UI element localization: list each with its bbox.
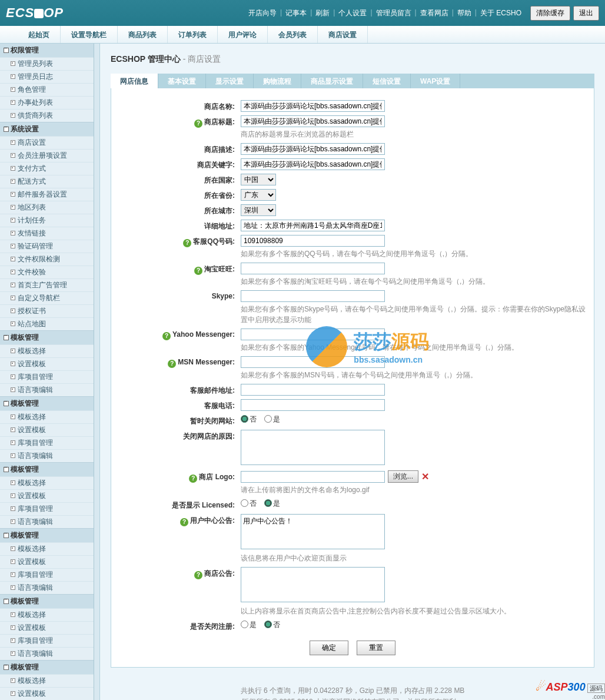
- sidebar-item[interactable]: 语言项编辑: [0, 515, 94, 528]
- city-select[interactable]: 深圳: [241, 204, 276, 216]
- help-icon[interactable]: ?: [194, 571, 202, 579]
- sidebar-item[interactable]: 模板选择: [0, 542, 94, 555]
- qq-input[interactable]: [241, 235, 385, 247]
- top-link[interactable]: 关于 ECSHO: [480, 8, 521, 18]
- addr-input[interactable]: [241, 220, 385, 231]
- sidebar-item[interactable]: 模板选择: [0, 674, 94, 687]
- sidebar-item[interactable]: 库项目管理: [0, 634, 94, 647]
- sidebar-group-header[interactable]: 系统设置: [0, 122, 94, 136]
- sidebar-group-header[interactable]: 模板管理: [0, 529, 94, 542]
- yahoo-input[interactable]: [241, 329, 385, 340]
- help-icon[interactable]: ?: [194, 120, 202, 128]
- top-link[interactable]: 查看网店: [420, 8, 448, 18]
- reset-button[interactable]: 重置: [357, 641, 395, 655]
- sidebar-item[interactable]: 邮件服务器设置: [0, 188, 94, 201]
- tel-input[interactable]: [241, 399, 385, 411]
- tab[interactable]: 网店信息: [111, 74, 158, 88]
- sidebar-item[interactable]: 模板选择: [0, 344, 94, 357]
- tab[interactable]: 显示设置: [206, 74, 254, 88]
- skype-input[interactable]: [241, 290, 385, 302]
- nav-item[interactable]: 用户评论: [218, 26, 268, 43]
- sidebar-item[interactable]: 计划任务: [0, 214, 94, 227]
- sidebar-item[interactable]: 配送方式: [0, 175, 94, 188]
- tab[interactable]: WAP设置: [411, 74, 460, 88]
- ww-input[interactable]: [241, 263, 385, 274]
- shop-name-input[interactable]: [241, 100, 385, 112]
- email-input[interactable]: [241, 384, 385, 396]
- sidebar-item[interactable]: 设置模板: [0, 423, 94, 436]
- help-icon[interactable]: ?: [168, 360, 176, 368]
- top-link[interactable]: 管理员留言: [376, 8, 411, 18]
- sidebar-item[interactable]: 验证码管理: [0, 240, 94, 253]
- province-select[interactable]: 广东: [241, 189, 276, 201]
- sidebar-item[interactable]: 授权证书: [0, 304, 94, 317]
- sidebar-item[interactable]: 设置模板: [0, 357, 94, 370]
- sidebar-item[interactable]: 设置模板: [0, 555, 94, 568]
- sidebar-item[interactable]: 库项目管理: [0, 502, 94, 515]
- sidebar-item[interactable]: 模板选择: [0, 410, 94, 423]
- shop-desc-input[interactable]: [241, 143, 385, 155]
- sidebar-item[interactable]: 管理员列表: [0, 57, 94, 70]
- close-yes-radio[interactable]: 是: [264, 415, 280, 423]
- sidebar-group-header[interactable]: 模板管理: [0, 595, 94, 608]
- top-link[interactable]: 个人设置: [338, 8, 367, 18]
- sidebar-group-header[interactable]: 模板管理: [0, 397, 94, 410]
- nav-item[interactable]: 设置导航栏: [61, 26, 118, 43]
- sidebar-item[interactable]: 语言项编辑: [0, 581, 94, 594]
- top-link[interactable]: 刷新: [315, 8, 330, 18]
- close-reg-yes-radio[interactable]: 是: [241, 621, 257, 629]
- ok-button[interactable]: 确定: [310, 641, 348, 655]
- sidebar-item[interactable]: 文件权限检测: [0, 253, 94, 266]
- shop-kw-input[interactable]: [241, 158, 385, 170]
- top-link[interactable]: 帮助: [457, 8, 471, 18]
- uc-notice-textarea[interactable]: 用户中心公告！: [241, 514, 385, 549]
- help-icon[interactable]: ?: [183, 239, 191, 247]
- sidebar-item[interactable]: 设置模板: [0, 621, 94, 634]
- sidebar-item[interactable]: 地区列表: [0, 201, 94, 214]
- shop-notice-textarea[interactable]: [241, 567, 385, 602]
- sidebar-item[interactable]: 库项目管理: [0, 370, 94, 383]
- sidebar-item[interactable]: 设置模板: [0, 489, 94, 502]
- help-icon[interactable]: ?: [194, 267, 202, 275]
- clear-cache-button[interactable]: 清除缓存: [530, 6, 570, 21]
- drag-handle[interactable]: [94, 44, 100, 700]
- country-select[interactable]: 中国: [241, 174, 276, 185]
- sidebar-item[interactable]: 模板选择: [0, 608, 94, 621]
- sidebar-group-header[interactable]: 模板管理: [0, 331, 94, 344]
- licensed-no-radio[interactable]: 否: [241, 499, 257, 507]
- nav-item[interactable]: 起始页: [18, 26, 61, 43]
- sidebar-item[interactable]: 语言项编辑: [0, 449, 94, 462]
- nav-item[interactable]: 会员列表: [268, 26, 318, 43]
- tab[interactable]: 购物流程: [254, 74, 301, 88]
- sidebar-item[interactable]: 会员注册项设置: [0, 149, 94, 162]
- sidebar-item[interactable]: 管理员日志: [0, 70, 94, 83]
- logo-path-input[interactable]: [241, 471, 385, 483]
- sidebar-item[interactable]: 友情链接: [0, 227, 94, 240]
- browse-button[interactable]: 浏览...: [388, 470, 418, 483]
- nav-item[interactable]: 商店设置: [318, 26, 368, 43]
- sidebar[interactable]: 权限管理管理员列表管理员日志角色管理办事处列表供货商列表系统设置商店设置会员注册…: [0, 44, 94, 700]
- close-no-radio[interactable]: 否: [241, 415, 257, 423]
- sidebar-item[interactable]: 文件校验: [0, 266, 94, 278]
- sidebar-item[interactable]: 办事处列表: [0, 96, 94, 109]
- nav-item[interactable]: 商品列表: [118, 26, 168, 43]
- sidebar-item[interactable]: 语言项编辑: [0, 647, 94, 660]
- help-icon[interactable]: ?: [189, 475, 197, 483]
- logout-button[interactable]: 退出: [573, 6, 599, 21]
- sidebar-item[interactable]: 语言项编辑: [0, 383, 94, 396]
- close-reg-no-radio[interactable]: 否: [264, 621, 280, 629]
- sidebar-item[interactable]: 自定义导航栏: [0, 291, 94, 304]
- tab[interactable]: 短信设置: [363, 74, 411, 88]
- sidebar-item[interactable]: 模板选择: [0, 476, 94, 489]
- delete-icon[interactable]: ✕: [421, 471, 429, 482]
- close-reason-textarea[interactable]: [241, 430, 385, 465]
- sidebar-item[interactable]: 库项目管理: [0, 436, 94, 449]
- sidebar-item[interactable]: 支付方式: [0, 162, 94, 175]
- sidebar-item[interactable]: 设置模板: [0, 687, 94, 700]
- top-link[interactable]: 开店向导: [248, 8, 277, 18]
- sidebar-group-header[interactable]: 模板管理: [0, 463, 94, 476]
- shop-title-input[interactable]: [241, 115, 385, 127]
- sidebar-item[interactable]: 商店设置: [0, 136, 94, 149]
- nav-item[interactable]: 订单列表: [168, 26, 218, 43]
- help-icon[interactable]: ?: [180, 518, 188, 526]
